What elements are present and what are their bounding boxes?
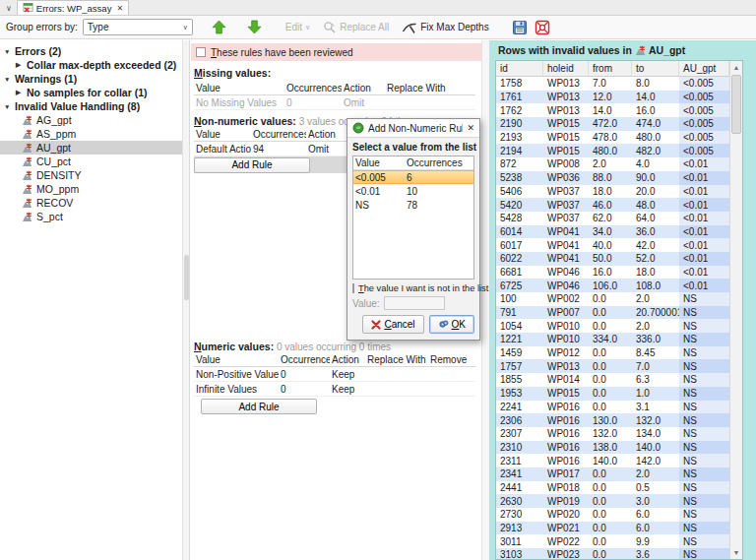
table-cell: Value [194, 354, 279, 365]
replace-all-button[interactable]: Replace All [319, 18, 393, 37]
table-row[interactable]: 1221WP010334.0336.0NS [496, 333, 729, 346]
tree-item-s_pct[interactable]: S_pct [0, 210, 182, 223]
table-header-row[interactable]: ValueOccurrences [353, 156, 473, 170]
group-by-dropdown[interactable]: Type ∨ [83, 19, 193, 35]
table-row[interactable]: 1953WP0150.01.0NS [496, 387, 729, 401]
tree-item-mo_ppm[interactable]: MO_ppm [0, 182, 182, 196]
not-in-list-checkbox[interactable] [352, 283, 354, 293]
dialog-title-bar[interactable]: Add Non-Numeric Rule ✕ [347, 119, 479, 138]
value-input[interactable] [384, 296, 445, 310]
table-cell: 6014 [496, 226, 543, 237]
table-row[interactable]: 2307WP016132.0134.0NS [496, 427, 729, 441]
tab-close-icon[interactable]: ✕ [116, 4, 123, 13]
tree-item-density[interactable]: DENSITY [0, 168, 182, 182]
numeric-add-rule-button[interactable]: Add Rule [201, 399, 317, 414]
save-table-button[interactable] [511, 19, 529, 36]
tree-subsection[interactable]: ▶No samples for collar (1) [0, 86, 182, 99]
tree-subsection[interactable]: ▶Collar max-depth exceeded (2) [0, 58, 182, 72]
table-row[interactable]: 6014WP04134.036.0<0.01 [496, 225, 729, 239]
move-up-button[interactable] [211, 19, 228, 36]
table-cell: WP015 [543, 146, 589, 156]
rules-scrollbar[interactable] [481, 40, 489, 560]
table-row[interactable]: 6022WP04150.052.0<0.01 [496, 252, 729, 266]
tab-errors[interactable]: Errors: WP_assay ✕ [17, 0, 129, 15]
panel-chevron-icon[interactable]: ∨ [6, 4, 12, 13]
table-row[interactable]: 5406WP03718.020.0<0.01 [496, 185, 729, 199]
scroll-down-icon[interactable]: ▼ [730, 546, 742, 559]
table-row[interactable]: 791WP0070.020.700001NS [496, 306, 729, 320]
table-cell: NS [679, 333, 729, 346]
table-row[interactable]: 1054WP0100.02.0NS [496, 319, 729, 333]
tree-section[interactable]: ▼Invalid Value Handling (8) [0, 99, 182, 113]
tree-item-as_ppm[interactable]: AS_ppm [0, 127, 182, 141]
table-scrollbar[interactable]: ▲ ▼ [729, 61, 742, 559]
table-row[interactable]: 3011WP0220.09.9NS [496, 534, 729, 548]
table-row[interactable]: 2311WP016140.0142.0NS [496, 454, 729, 467]
tree-section[interactable]: ▼Warnings (1) [0, 72, 182, 86]
tree-item-label: AU_gpt [36, 142, 71, 154]
table-row[interactable]: 1855WP0140.06.3NS [496, 373, 729, 387]
table-row[interactable]: 1762WP01314.016.0<0.005 [496, 103, 729, 117]
table-row[interactable]: 100WP0020.02.0NS [496, 292, 729, 306]
table-cell: 0.0 [589, 482, 632, 493]
table-row[interactable]: 2241WP0160.03.1NS [496, 401, 729, 414]
table-row[interactable]: 5238WP03688.090.0<0.01 [496, 171, 729, 185]
tree-section[interactable]: ▼Errors (2) [0, 44, 182, 58]
scrollbar-thumb[interactable] [184, 255, 189, 300]
table-row[interactable]: 2306WP016130.0132.0NS [496, 413, 729, 427]
table-row[interactable]: 2310WP016138.0140.0NS [496, 441, 729, 455]
expander-icon[interactable]: ▼ [4, 76, 12, 83]
expander-icon[interactable]: ▼ [4, 48, 12, 55]
dialog-close-icon[interactable]: ✕ [467, 123, 474, 133]
tree-scrollbar[interactable] [182, 40, 190, 560]
table-row[interactable]: 2341WP0170.02.0NS [496, 467, 729, 481]
save-errors-button[interactable] [534, 19, 551, 36]
table-row[interactable]: 2730WP0200.06.0NS [496, 508, 729, 522]
cancel-button[interactable]: Cancel [362, 315, 423, 334]
table-row[interactable]: <0.0110 [353, 184, 473, 198]
tree-item-recov[interactable]: RECOV [0, 196, 182, 210]
table-row[interactable]: 2630WP0190.03.0NS [496, 494, 729, 508]
table-row[interactable]: 1757WP0130.07.0NS [496, 359, 729, 373]
table-header-row[interactable]: ValueOccurrencesActionReplace WithRemove [194, 352, 475, 367]
table-header-row[interactable]: idholeidfromtoAU_gpt▲ [496, 61, 729, 77]
table-row[interactable]: 5428WP03762.064.0<0.01 [496, 212, 729, 225]
table-row[interactable]: 2190WP015472.0474.0<0.005 [496, 117, 729, 131]
add-rule-button[interactable]: Add Rule [194, 157, 310, 173]
tree-item-ag_gpt[interactable]: AG_gpt [0, 113, 182, 127]
expander-icon[interactable]: ▶ [16, 89, 24, 96]
reviewed-checkbox[interactable] [196, 47, 206, 57]
table-row[interactable]: Infinite Values0Keep [194, 382, 475, 397]
table-row[interactable]: 5420WP03746.048.0<0.01 [496, 198, 729, 212]
table-row[interactable]: 2194WP015480.0482.0<0.005 [496, 144, 729, 157]
table-row[interactable]: 1459WP0120.08.45NS [496, 346, 729, 360]
table-row[interactable]: 6725WP046106.0108.0<0.01 [496, 279, 729, 292]
tree-item-cu_pct[interactable]: CU_pct [0, 155, 182, 168]
table-cell: 3.0 [632, 496, 679, 507]
table-row[interactable]: 872WP0082.04.0<0.01 [496, 157, 729, 171]
table-row[interactable]: 1758WP0137.08.0<0.005 [496, 77, 729, 91]
expander-icon[interactable]: ▶ [16, 61, 24, 69]
table-row[interactable]: 1761WP01312.014.0<0.005 [496, 91, 729, 104]
tree-item-au_gpt[interactable]: AU_gpt [0, 141, 182, 155]
table-cell: WP015 [543, 118, 589, 129]
edit-button[interactable]: Edit ∨ [282, 18, 314, 37]
table-row[interactable]: <0.0056 [353, 170, 473, 184]
move-down-button[interactable] [246, 19, 264, 36]
table-header-row[interactable]: ValueOccurrencesActionReplace With [194, 81, 475, 95]
table-row[interactable]: NS78 [353, 198, 473, 212]
table-cell: 6725 [496, 280, 543, 291]
table-row[interactable]: 2913WP0210.06.0NS [496, 522, 729, 535]
table-cell: NS [679, 359, 729, 373]
expander-icon[interactable]: ▼ [4, 103, 12, 110]
table-row[interactable]: 2441WP0180.00.5NS [496, 481, 729, 495]
table-row[interactable]: 6017WP04140.042.0<0.01 [496, 238, 729, 252]
table-row[interactable]: 6681WP04616.018.0<0.01 [496, 266, 729, 280]
table-row[interactable]: Non-Positive Values0Keep [194, 367, 475, 382]
table-row[interactable]: 3103WP0230.03.6NS [496, 548, 729, 559]
scrollbar-thumb[interactable] [731, 75, 741, 134]
fix-max-depths-button[interactable]: Fix Max Depths [398, 18, 492, 37]
ok-button[interactable]: OK [429, 315, 474, 334]
table-row[interactable]: 2193WP015478.0480.0<0.005 [496, 131, 729, 145]
scroll-up-icon[interactable]: ▲ [730, 61, 742, 74]
